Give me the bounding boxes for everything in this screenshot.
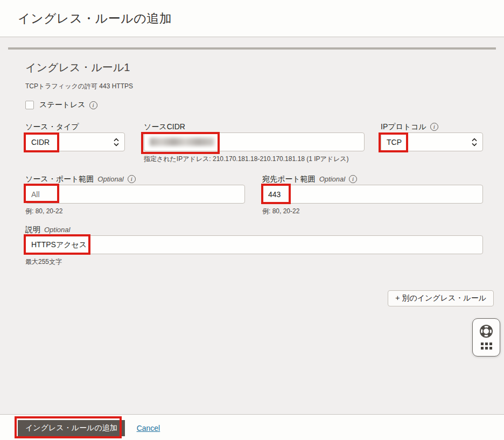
dialog-footer: イングレス・ルールの追加 Cancel [0,414,504,440]
page-title: イングレス・ルールの追加 [18,10,172,27]
rule-section-subtitle: TCPトラフィックの許可 443 HTTPS [25,82,483,91]
stateless-checkbox[interactable] [25,101,34,109]
cancel-link[interactable]: Cancel [137,424,160,432]
dest-port-helper: 例: 80, 20-22 [262,207,483,216]
source-cidr-input[interactable] [144,132,365,151]
dialog-header: イングレス・ルールの追加 [0,0,504,37]
add-another-rule-button[interactable]: + 別のイングレス・ルール [388,290,494,306]
chevron-up-down-icon [472,138,477,146]
source-cidr-field: ソースCIDR 指定されたIPアドレス: 210.170.181.18-210.… [144,122,365,164]
source-type-field: ソース・タイプ CIDR [25,122,125,151]
add-ingress-rules-dialog: イングレス・ルールの追加 イングレス・ルール1 TCPトラフィックの許可 443… [0,0,504,440]
dest-port-label-text: 宛先ポート範囲 [262,174,316,184]
description-optional: Optional [44,226,70,234]
source-port-input[interactable] [25,185,245,204]
description-field: 説明 Optional 最大255文字 [25,225,483,267]
source-port-label-text: ソース・ポート範囲 [25,174,94,184]
description-label: 説明 Optional [25,225,483,235]
ingress-rule-form: イングレス・ルール1 TCPトラフィックの許可 443 HTTPS ステートレス… [25,60,483,306]
rule-section-title: イングレス・ルール1 [25,60,483,75]
ip-protocol-field: IPプロトコル i TCP [381,122,483,151]
add-another-row: + 別のイングレス・ルール [25,290,494,306]
add-ingress-rules-submit-button[interactable]: イングレス・ルールの追加 [18,420,125,436]
description-helper: 最大255文字 [25,257,483,267]
stateless-info-icon[interactable]: i [89,101,97,109]
life-ring-icon [479,324,494,339]
source-port-info-icon[interactable]: i [128,175,136,183]
source-type-select[interactable]: CIDR [25,132,125,151]
description-label-text: 説明 [25,225,40,235]
stateless-row: ステートレス i [25,100,483,110]
source-port-helper: 例: 80, 20-22 [25,207,245,216]
source-type-value: CIDR [31,138,50,146]
chevron-up-down-icon [114,138,119,146]
section-top-rule [8,47,496,50]
dialog-body: イングレス・ルール1 TCPトラフィックの許可 443 HTTPS ステートレス… [0,37,504,414]
ip-protocol-info-icon[interactable]: i [430,123,438,131]
ip-protocol-label-text: IPプロトコル [381,122,426,132]
ip-protocol-select[interactable]: TCP [381,132,483,151]
help-launcher-widget[interactable] [472,318,500,357]
dest-port-info-icon[interactable]: i [349,175,357,183]
dest-port-field: 宛先ポート範囲 Optional i 例: 80, 20-22 [262,174,483,216]
source-type-label: ソース・タイプ [25,122,125,132]
ip-protocol-label: IPプロトコル i [381,122,483,132]
description-input[interactable] [25,235,483,254]
form-row-1: ソース・タイプ CIDR ソースCIDR [25,122,483,164]
source-cidr-helper: 指定されたIPアドレス: 210.170.181.18-210.170.181.… [144,155,365,164]
source-port-optional: Optional [97,175,123,183]
dest-port-optional: Optional [319,175,345,183]
source-port-field: ソース・ポート範囲 Optional i 例: 80, 20-22 [25,174,245,216]
ip-protocol-value: TCP [387,138,402,146]
dest-port-label: 宛先ポート範囲 Optional i [262,174,483,184]
form-row-3: 説明 Optional 最大255文字 [25,225,483,267]
source-cidr-redacted-value [150,138,214,146]
source-port-label: ソース・ポート範囲 Optional i [25,174,245,184]
drag-dots-icon [481,343,492,350]
form-row-2: ソース・ポート範囲 Optional i 例: 80, 20-22 宛先ポート範… [25,174,483,216]
source-cidr-label: ソースCIDR [144,122,365,132]
stateless-label: ステートレス [39,100,86,110]
dest-port-input[interactable] [262,185,483,204]
